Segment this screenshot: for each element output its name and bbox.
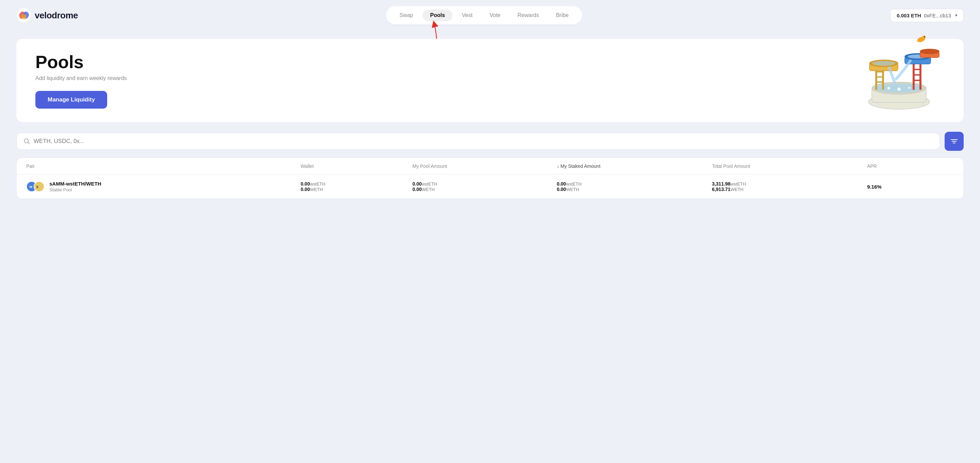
- staked-unit2: WETH: [566, 187, 579, 192]
- header: velodrome Swap Pools Vest Vote Rewards B…: [0, 0, 980, 30]
- total-amount1: 3,311.98: [712, 181, 730, 187]
- main-nav: Swap Pools Vest Vote Rewards Bribe: [386, 6, 582, 24]
- col-staked-amount[interactable]: ↓ My Staked Amount: [557, 163, 708, 169]
- hero-card: Pools Add liquidity and earn weekly rewa…: [16, 39, 964, 122]
- logo-area: velodrome: [16, 8, 78, 23]
- svg-point-39: [34, 182, 44, 191]
- search-bar: [16, 133, 940, 150]
- manage-liquidity-button[interactable]: Manage Liquidity: [35, 91, 107, 109]
- svg-text:W: W: [29, 185, 33, 189]
- apr-cell: 9.16%: [867, 184, 954, 190]
- search-area: [16, 132, 964, 151]
- nav-item-swap[interactable]: Swap: [392, 10, 421, 21]
- wallet-address: 0xFE...cb13: [924, 13, 951, 18]
- svg-rect-15: [913, 69, 921, 70]
- staked-amount-cell: 0.00wstETH 0.00WETH: [557, 181, 708, 192]
- svg-rect-12: [875, 81, 884, 83]
- pool-amount2: 0.00: [412, 187, 422, 192]
- hero-content: Pools Add liquidity and earn weekly rewa…: [35, 53, 127, 109]
- pair-type: Stable Pool: [49, 187, 102, 192]
- pair-info: sAMM-wstETH/WETH Stable Pool: [49, 181, 102, 192]
- nav-item-vote[interactable]: Vote: [482, 10, 508, 21]
- staked-unit1: wstETH: [566, 182, 582, 187]
- wallet-button[interactable]: 0.003 ETH 0xFE...cb13 ▾: [890, 9, 964, 22]
- wallet-unit2: WETH: [310, 187, 323, 192]
- pool-amount-cell: 0.00wstETH 0.00WETH: [412, 181, 553, 192]
- total-unit2: WETH: [730, 187, 743, 192]
- svg-point-5: [888, 87, 890, 89]
- nav-item-bribe[interactable]: Bribe: [549, 10, 576, 21]
- token-icon-weth: E: [34, 181, 45, 192]
- pair-icons: W E: [26, 181, 45, 192]
- total-pool-cell: 3,311.98wstETH 6,913.71WETH: [712, 181, 864, 192]
- svg-rect-10: [875, 71, 884, 72]
- svg-line-33: [28, 142, 30, 144]
- svg-point-28: [920, 49, 939, 54]
- filter-button[interactable]: [945, 132, 964, 151]
- velodrome-logo-icon: [16, 8, 31, 23]
- pool-unit1: wstETH: [422, 182, 437, 187]
- filter-icon: [950, 137, 958, 145]
- svg-point-7: [908, 87, 910, 89]
- pool-unit2: WETH: [422, 187, 434, 192]
- svg-rect-11: [875, 76, 884, 78]
- staked-amount1: 0.00: [557, 181, 566, 187]
- chevron-down-icon: ▾: [955, 13, 957, 18]
- hero-title: Pools: [35, 53, 127, 72]
- col-pair: Pair: [26, 163, 297, 169]
- col-pool-amount: My Pool Amount: [412, 163, 553, 169]
- total-amount2: 6,913.71: [712, 187, 730, 192]
- col-total-pool: Total Pool Amount: [712, 163, 864, 169]
- logo-text: velodrome: [35, 10, 78, 21]
- pair-cell: W E sAMM-wstETH/WETH Stable Pool: [26, 181, 297, 192]
- pool-amount1: 0.00: [412, 181, 422, 187]
- staked-amount2: 0.00: [557, 187, 566, 192]
- nav-item-rewards[interactable]: Rewards: [510, 10, 546, 21]
- wallet-amount1: 0.00: [301, 181, 310, 187]
- col-wallet: Wallet: [301, 163, 409, 169]
- svg-rect-13: [913, 63, 915, 90]
- table-header: Pair Wallet My Pool Amount ↓ My Staked A…: [17, 158, 963, 175]
- svg-text:E: E: [37, 185, 38, 189]
- pair-name: sAMM-wstETH/WETH: [49, 181, 102, 187]
- wallet-amount2: 0.00: [301, 187, 310, 192]
- nav-item-pools[interactable]: Pools: [423, 10, 453, 21]
- svg-rect-14: [920, 63, 921, 90]
- hero-subtitle: Add liquidity and earn weekly rewards: [35, 75, 127, 81]
- search-input[interactable]: [34, 138, 933, 145]
- eth-amount: 0.003 ETH: [897, 13, 921, 18]
- wallet-amount-cell: 0.00wstETH 0.00WETH: [301, 181, 409, 192]
- svg-point-21: [872, 61, 895, 66]
- svg-rect-16: [913, 74, 921, 75]
- nav-item-vest[interactable]: Vest: [455, 10, 480, 21]
- svg-point-6: [897, 88, 901, 91]
- search-icon: [24, 138, 30, 145]
- total-unit1: wstETH: [730, 182, 746, 187]
- svg-rect-17: [913, 80, 921, 81]
- wallet-unit1: wstETH: [310, 182, 326, 187]
- col-apr: APR: [867, 163, 954, 169]
- table-row[interactable]: W E sAMM-wstETH/WETH Stable Pool 0.00wst…: [17, 175, 963, 199]
- pools-table: Pair Wallet My Pool Amount ↓ My Staked A…: [16, 158, 964, 199]
- hero-illustration: [855, 35, 943, 110]
